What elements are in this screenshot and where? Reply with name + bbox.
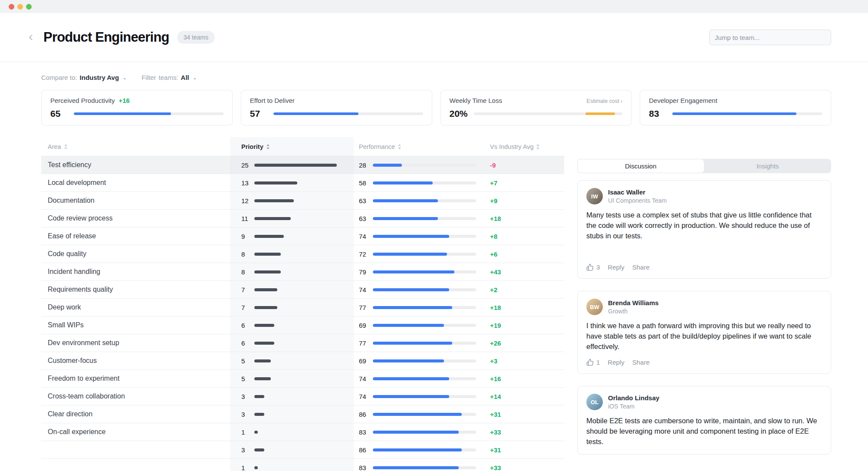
- table-row[interactable]: Deep work 7 77 +18: [41, 298, 564, 316]
- comment-card: IW Isaac Waller UI Components Team Many …: [577, 180, 831, 279]
- performance-cell: 86: [354, 405, 484, 423]
- area-cell: Incident handling: [41, 263, 230, 280]
- compare-to-dropdown[interactable]: Industry Avg: [80, 74, 119, 81]
- performance-bar: [373, 253, 476, 256]
- minimize-button[interactable]: [17, 4, 23, 10]
- filters-toolbar: Compare to: Industry Avg ⌄ Filter teams:…: [0, 62, 868, 90]
- reply-button[interactable]: Reply: [608, 359, 624, 366]
- panel-tabs: Discussion Insights: [577, 159, 831, 173]
- metric-card: Perceived Productivity +16 65: [41, 90, 233, 125]
- table-row[interactable]: Requirements quality 7 74 +2: [41, 280, 564, 298]
- comment-team: iOS Team: [608, 403, 659, 410]
- page-title: Product Engineering: [43, 30, 169, 45]
- estimate-cost-link[interactable]: Estimate cost ›: [587, 98, 623, 104]
- share-button[interactable]: Share: [632, 359, 650, 366]
- vs-industry-avg-cell: +3: [484, 352, 564, 369]
- filter-teams-dropdown[interactable]: All: [181, 74, 189, 81]
- metric-label: Weekly Time Loss: [450, 97, 502, 104]
- close-button[interactable]: [9, 4, 14, 10]
- filter-field-label: teams:: [159, 74, 178, 81]
- performance-cell: 83: [354, 459, 484, 471]
- table-row[interactable]: Code review process 11 63 +18: [41, 209, 564, 227]
- priority-bar: [254, 217, 291, 220]
- teams-count-badge: 34 teams: [177, 31, 215, 44]
- table-row[interactable]: Freedom to experiment 5 74 +16: [41, 369, 564, 387]
- like-button[interactable]: 1: [586, 359, 600, 366]
- column-header-area[interactable]: Area: [41, 137, 230, 156]
- table-row[interactable]: Local development 13 58 +7: [41, 174, 564, 191]
- priority-bar: [254, 253, 281, 256]
- table-row[interactable]: Dev environment setup 6 77 +26: [41, 334, 564, 352]
- window-titlebar: [0, 0, 868, 13]
- metric-value: 83: [649, 109, 666, 119]
- priority-cell: 3: [230, 405, 354, 423]
- performance-cell: 74: [354, 388, 484, 405]
- discussion-panel: Discussion Insights IW Isaac Waller UI C…: [577, 137, 831, 455]
- priority-cell: 9: [230, 227, 354, 245]
- priority-cell: 3: [230, 441, 354, 458]
- performance-bar: [373, 306, 476, 309]
- table-row[interactable]: Test efficiency 25 28 -9: [41, 156, 564, 174]
- like-button[interactable]: 3: [586, 263, 600, 271]
- table-row[interactable]: Documentation 12 63 +9: [41, 191, 564, 209]
- metric-progress-bar: [474, 112, 623, 115]
- column-header-vs-industry-avg[interactable]: Vs Industry Avg: [484, 137, 564, 156]
- table-row[interactable]: Clear direction 3 86 +31: [41, 405, 564, 423]
- table-row[interactable]: Code quality 8 72 +6: [41, 245, 564, 263]
- performance-cell: 69: [354, 316, 484, 334]
- performance-bar: [373, 466, 476, 469]
- priority-bar: [254, 288, 277, 291]
- column-header-priority[interactable]: Priority: [230, 137, 354, 156]
- reply-button[interactable]: Reply: [608, 263, 624, 271]
- priority-bar: [254, 164, 337, 167]
- area-cell: Freedom to experiment: [41, 370, 230, 387]
- sort-icon: [398, 144, 401, 150]
- jump-to-team-input[interactable]: [709, 30, 831, 45]
- priority-bar: [254, 306, 277, 309]
- metric-value: 57: [250, 109, 267, 119]
- tab-discussion[interactable]: Discussion: [577, 159, 704, 173]
- area-cell: Local development: [41, 174, 230, 191]
- metric-value: 20%: [450, 109, 468, 119]
- compare-to-label: Compare to:: [41, 74, 77, 81]
- performance-bar: [373, 235, 476, 238]
- performance-cell: 69: [354, 352, 484, 369]
- table-row[interactable]: 3 86 +31: [41, 441, 564, 458]
- table-row[interactable]: Ease of release 9 74 +8: [41, 227, 564, 245]
- area-cell: Test efficiency: [41, 156, 230, 174]
- vs-industry-avg-cell: +18: [484, 299, 564, 316]
- priority-cell: 1: [230, 423, 354, 441]
- metric-label: Developer Engagement: [649, 97, 717, 104]
- app-header: ‹ Product Engineering 34 teams: [0, 13, 868, 62]
- comment-author: Brenda Williams: [608, 299, 659, 306]
- performance-bar: [373, 164, 476, 167]
- table-row[interactable]: On-call experience 1 83 +33: [41, 423, 564, 441]
- comment-text: I think we have a path forward with impr…: [586, 320, 822, 352]
- performance-cell: 72: [354, 245, 484, 263]
- priority-cell: 1: [230, 459, 354, 471]
- area-cell: Small WIPs: [41, 316, 230, 334]
- maximize-button[interactable]: [26, 4, 32, 10]
- table-row[interactable]: 1 83 +33: [41, 458, 564, 471]
- comment-author: Isaac Waller: [608, 188, 667, 196]
- table-row[interactable]: Customer-focus 5 69 +3: [41, 352, 564, 369]
- share-button[interactable]: Share: [632, 263, 650, 271]
- vs-industry-avg-cell: +31: [484, 441, 564, 458]
- vs-industry-avg-cell: +31: [484, 405, 564, 423]
- performance-cell: 74: [354, 227, 484, 245]
- column-header-performance[interactable]: Performance: [354, 137, 484, 156]
- table-row[interactable]: Small WIPs 6 69 +19: [41, 316, 564, 334]
- vs-industry-avg-cell: +6: [484, 245, 564, 263]
- table-row[interactable]: Cross-team collaboration 3 74 +14: [41, 387, 564, 405]
- priority-bar: [254, 235, 284, 238]
- comment-card: BW Brenda Williams Growth I think we hav…: [577, 291, 831, 374]
- performance-cell: 83: [354, 423, 484, 441]
- vs-industry-avg-cell: +18: [484, 210, 564, 227]
- priority-bar: [254, 342, 274, 345]
- priority-bar: [254, 377, 271, 380]
- tab-insights[interactable]: Insights: [704, 159, 832, 173]
- back-button[interactable]: ‹: [29, 30, 39, 43]
- areas-table: Area Priority Performance Vs Industry Av…: [41, 137, 564, 471]
- table-row[interactable]: Incident handling 8 79 +43: [41, 263, 564, 280]
- comment-text: Many tests use a complex set of stubs th…: [586, 210, 822, 241]
